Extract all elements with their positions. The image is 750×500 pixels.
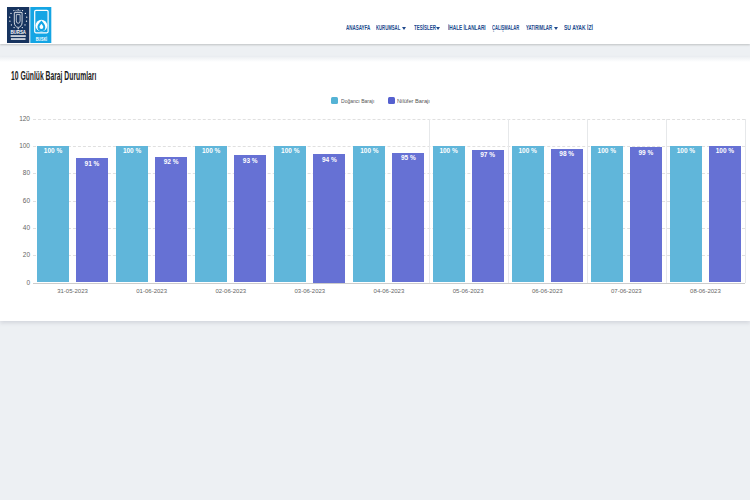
svg-text:BURSA: BURSA — [10, 29, 26, 35]
svg-text:BUSKİ: BUSKİ — [36, 36, 48, 42]
